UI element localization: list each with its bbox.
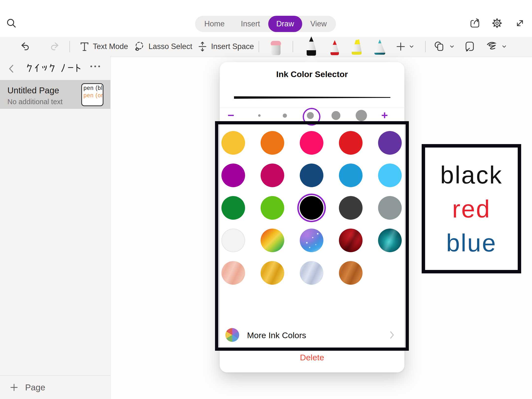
page-list-sidebar: クイック ノート Untitled Page No additional tex… — [0, 56, 111, 399]
more-options-button[interactable] — [90, 66, 100, 67]
swatch-pink[interactable] — [300, 131, 323, 155]
tab-insert[interactable]: Insert — [233, 16, 268, 32]
lasso-select-button[interactable]: Lasso Select — [133, 38, 192, 55]
size-dot-shape — [283, 114, 287, 118]
undo-button[interactable] — [19, 38, 31, 55]
text-mode-button[interactable]: Text Mode — [79, 38, 128, 55]
page-title: Untitled Page — [7, 85, 59, 95]
ribbon-tab-bar: HomeInsertDrawView — [195, 16, 336, 32]
page-annotate-button[interactable] — [464, 38, 476, 55]
undo-icon — [19, 41, 31, 52]
swatch-copper[interactable] — [339, 261, 363, 285]
black-pen-tool-icon[interactable] — [302, 36, 321, 56]
tab-view[interactable]: View — [302, 16, 335, 32]
swatch-gold-foil[interactable] — [261, 261, 284, 285]
yellow-highlighter-tool-icon[interactable] — [349, 39, 365, 56]
page-subtitle: No additional text — [7, 98, 63, 106]
insert-space-label: Insert Space — [211, 42, 254, 51]
page-thumbnail: pen (blpen (ora — [81, 83, 103, 106]
swatch-dark-gray[interactable] — [339, 196, 363, 220]
swatch-rainbow-glitter[interactable] — [261, 229, 284, 252]
ink-word-black: black — [440, 159, 502, 191]
popup-title: Ink Color Selector — [220, 69, 404, 79]
text-mode-icon — [79, 41, 90, 52]
redo-button[interactable] — [49, 38, 61, 55]
decrease-size-button[interactable]: − — [228, 109, 234, 122]
ink-word-red: red — [452, 193, 491, 225]
tab-draw[interactable]: Draw — [268, 16, 302, 32]
lasso-icon — [133, 41, 145, 52]
thumbnail-ink-line: pen (ora — [82, 91, 103, 99]
redo-icon — [49, 41, 61, 52]
increase-size-button[interactable]: + — [381, 109, 388, 122]
title-bar: HomeInsertDrawView — [0, 0, 532, 37]
add-page-label: Page — [25, 382, 45, 392]
swatch-white[interactable] — [221, 229, 245, 252]
notebook-title: クイック ノート — [26, 63, 82, 73]
swatch-rose-gold[interactable] — [221, 261, 245, 285]
add-pen-button[interactable] — [396, 38, 414, 55]
swatch-teal-marble[interactable] — [378, 229, 402, 252]
swatch-violet[interactable] — [221, 164, 245, 187]
swatch-orange[interactable] — [261, 131, 284, 155]
swatch-purple[interactable] — [378, 131, 402, 155]
teal-pencil-tool-icon[interactable] — [372, 39, 388, 56]
toolbar-divider — [69, 41, 70, 52]
swatch-red-marble[interactable] — [339, 229, 363, 252]
page-list-item[interactable]: Untitled Page No additional text pen (bl… — [0, 80, 110, 109]
swatch-green[interactable] — [221, 196, 245, 220]
delete-button[interactable]: Delete — [220, 353, 404, 362]
swatch-black[interactable] — [300, 196, 323, 220]
shapes-icon — [433, 41, 446, 52]
color-wheel-icon — [225, 328, 239, 342]
chevron-down-icon — [449, 44, 454, 49]
toolbar-divider — [259, 41, 259, 52]
toolbar-divider — [425, 41, 426, 52]
notebook-title-glyphs — [26, 63, 82, 73]
ellipsis-dot — [90, 66, 92, 67]
plus-icon — [10, 383, 18, 392]
size-dot-1[interactable] — [279, 108, 291, 123]
insert-space-button[interactable]: Insert Space — [197, 38, 254, 55]
swatch-light-green[interactable] — [261, 196, 284, 220]
chevron-right-icon — [390, 331, 395, 339]
page-pen-icon — [464, 41, 476, 52]
more-ink-colors-button[interactable]: More Ink Colors — [220, 324, 404, 346]
back-chevron-icon[interactable] — [8, 64, 14, 73]
size-dot-shape — [356, 110, 367, 121]
selected-size-ring — [303, 108, 320, 126]
shapes-button[interactable] — [433, 38, 454, 55]
red-pen-tool-icon[interactable] — [327, 39, 343, 56]
size-dot-2[interactable] — [305, 108, 316, 123]
share-icon[interactable] — [469, 17, 481, 29]
size-dot-4[interactable] — [356, 108, 367, 123]
onenote-window: HomeInsertDrawView — [0, 0, 532, 399]
swatch-raspberry[interactable] — [261, 164, 284, 187]
tab-home[interactable]: Home — [196, 16, 233, 32]
stroke-preview — [234, 96, 390, 100]
settings-gear-icon[interactable] — [491, 17, 503, 29]
size-dot-shape — [258, 114, 261, 117]
ink-to-shape-button[interactable] — [486, 38, 507, 55]
swatch-blue[interactable] — [339, 164, 363, 187]
eraser-tool-icon[interactable] — [269, 40, 283, 56]
swatch-galaxy[interactable] — [300, 229, 323, 252]
lasso-select-label: Lasso Select — [149, 42, 192, 51]
search-icon[interactable] — [6, 18, 17, 29]
swatch-gray[interactable] — [378, 196, 402, 220]
ellipsis-dot — [98, 66, 100, 67]
more-ink-colors-label: More Ink Colors — [247, 331, 306, 340]
swatch-sky-blue[interactable] — [378, 164, 402, 187]
size-dot-shape — [332, 111, 340, 120]
swatch-navy-blue[interactable] — [300, 164, 323, 187]
fullscreen-icon[interactable] — [515, 18, 525, 29]
thumbnail-ink-line: pen (bl — [82, 84, 103, 91]
swatch-gold[interactable] — [221, 131, 245, 155]
scribble-icon — [486, 41, 499, 52]
add-page-button[interactable]: Page — [0, 375, 110, 399]
size-dot-0[interactable] — [254, 108, 265, 123]
size-dot-3[interactable] — [330, 108, 342, 123]
swatch-red[interactable] — [339, 131, 363, 155]
ellipsis-dot — [94, 66, 96, 67]
swatch-silver[interactable] — [300, 261, 323, 285]
